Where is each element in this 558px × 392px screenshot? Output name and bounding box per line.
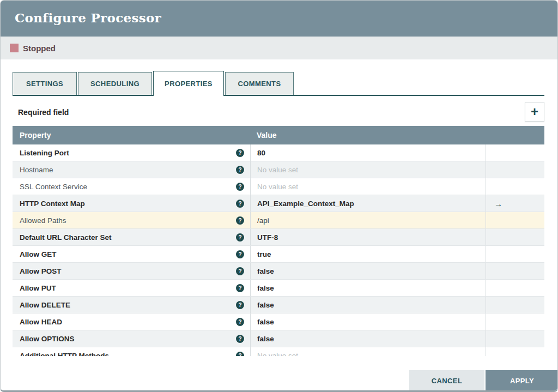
property-name: Allow HEAD [20,318,236,326]
actions-cell [486,161,544,178]
help-icon[interactable]: ? [236,250,244,258]
property-cell: Allow DELETE ? [13,297,250,313]
value-cell[interactable]: API_Example_Context_Map [250,195,486,212]
property-row: Additional HTTP Methods ? No value set [13,347,544,356]
property-name: Allow DELETE [20,301,236,309]
help-icon[interactable]: ? [236,200,244,208]
help-icon[interactable]: ? [236,216,244,225]
property-row: Listening Port ? 80 [13,144,544,161]
value-cell[interactable]: 80 [250,144,486,161]
property-row: Hostname ? No value set [13,161,544,178]
cancel-button[interactable]: CANCEL [409,370,484,391]
property-name: Allow POST [20,267,236,275]
value-cell[interactable]: No value set [250,347,486,356]
required-field-label: Required field [18,108,69,117]
value-cell[interactable]: No value set [250,178,486,195]
property-name: Default URL Character Set [20,233,236,242]
actions-cell [486,229,544,245]
plus-icon: + [531,105,538,118]
status-bar: Stopped [1,37,557,59]
property-cell: SSL Context Service ? [13,178,250,195]
goto-service-arrow-icon[interactable]: → [494,199,502,208]
status-label: Stopped [23,44,56,53]
actions-cell [486,263,544,279]
help-icon[interactable]: ? [236,149,244,157]
actions-cell [486,280,544,296]
property-cell: Allow OPTIONS ? [13,330,250,347]
value-cell[interactable]: false [250,330,486,347]
tab-scheduling[interactable]: SCHEDULING [78,72,152,95]
value-cell[interactable]: UTF-8 [250,229,486,245]
tab-label: SCHEDULING [90,80,140,88]
property-name: Allow PUT [20,284,236,292]
tab-comments[interactable]: COMMENTS [225,72,294,95]
stopped-status-icon [10,44,19,52]
actions-cell [486,347,544,356]
property-row: HTTP Context Map ? API_Example_Context_M… [13,195,544,212]
property-name: SSL Context Service [20,183,236,191]
tab-bar: SETTINGS SCHEDULING PROPERTIES COMMENTS [13,72,544,96]
value-cell[interactable]: /api [250,212,486,228]
actions-cell [486,246,544,262]
help-icon[interactable]: ? [236,233,244,242]
value-cell[interactable]: false [250,313,486,330]
property-cell: Allow POST ? [13,263,250,279]
table-header: Property Value [13,126,544,144]
value-cell[interactable]: false [250,263,486,279]
tab-properties[interactable]: PROPERTIES [153,71,224,96]
value-cell[interactable]: false [250,280,486,296]
property-name: Allow GET [20,250,236,258]
properties-table: Property Value Listening Port ? 80 Hostn… [13,126,544,356]
property-cell: Allow PUT ? [13,280,250,296]
tab-label: COMMENTS [238,80,281,88]
tab-label: SETTINGS [26,80,63,88]
value-cell[interactable]: false [250,297,486,313]
help-icon[interactable]: ? [236,301,244,309]
table-body: Listening Port ? 80 Hostname ? No value … [13,144,544,356]
property-cell: Listening Port ? [13,144,250,161]
property-row: Allow POST ? false [13,263,544,280]
help-icon[interactable]: ? [236,284,244,292]
property-cell: Allowed Paths ? [13,212,250,228]
property-row: Allow GET ? true [13,246,544,263]
property-cell: Allow HEAD ? [13,313,250,330]
help-icon[interactable]: ? [236,335,244,343]
actions-cell [486,144,544,161]
property-cell: HTTP Context Map ? [13,195,250,212]
property-row: Allow HEAD ? false [13,313,544,330]
dialog-header: Configure Processor [1,1,557,37]
property-row: Allow DELETE ? false [13,297,544,313]
property-row: Allow OPTIONS ? false [13,330,544,347]
property-cell: Allow GET ? [13,246,250,262]
actions-cell: → [486,195,544,212]
tab-label: PROPERTIES [165,80,213,88]
help-icon[interactable]: ? [236,318,244,326]
property-name: Allowed Paths [20,216,236,225]
actions-cell [486,313,544,330]
property-row: SSL Context Service ? No value set [13,178,544,195]
property-row: Allow PUT ? false [13,280,544,297]
actions-cell [486,212,544,228]
property-name: Listening Port [20,149,236,157]
property-cell: Additional HTTP Methods ? [13,347,250,356]
value-cell[interactable]: No value set [250,161,486,178]
help-icon[interactable]: ? [236,267,244,275]
property-name: HTTP Context Map [20,200,236,208]
dialog-title: Configure Processor [15,10,161,25]
actions-cell [486,178,544,195]
value-cell[interactable]: true [250,246,486,262]
add-property-button[interactable]: + [525,102,544,122]
actions-cell [486,330,544,347]
actions-cell [486,297,544,313]
property-name: Allow OPTIONS [20,335,236,343]
property-row: Default URL Character Set ? UTF-8 [13,229,544,246]
help-icon[interactable]: ? [236,166,244,174]
property-cell: Default URL Character Set ? [13,229,250,245]
tab-settings[interactable]: SETTINGS [13,72,77,95]
property-row: Allowed Paths ? /api [13,212,544,229]
column-header-value: Value [250,126,544,144]
column-header-property: Property [13,126,250,144]
apply-button[interactable]: APPLY [486,370,558,391]
help-icon[interactable]: ? [236,183,244,191]
help-icon[interactable]: ? [236,352,244,357]
